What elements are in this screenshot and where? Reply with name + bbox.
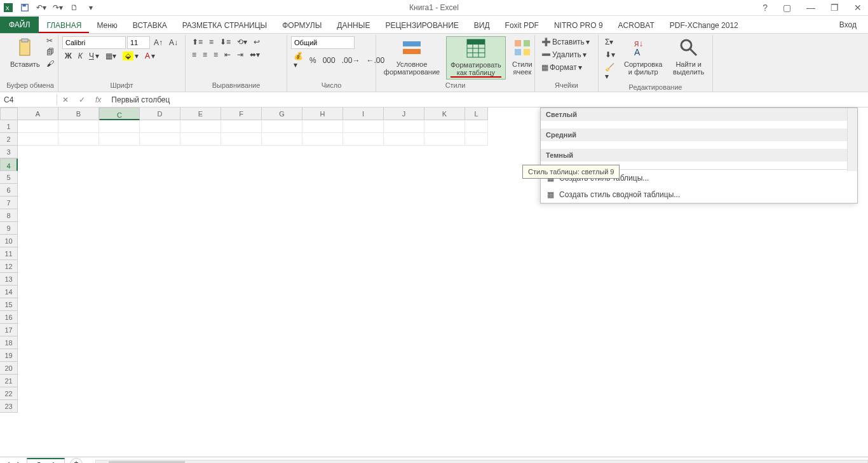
row-header-4[interactable]: 4 bbox=[0, 158, 18, 171]
horizontal-scrollbar[interactable] bbox=[95, 460, 868, 464]
sign-in[interactable]: Вход bbox=[839, 20, 857, 29]
paste-button[interactable]: Вставить bbox=[6, 36, 44, 69]
cell[interactable] bbox=[99, 120, 140, 133]
fill-icon[interactable]: ⬇▾ bbox=[602, 49, 618, 60]
currency-icon[interactable]: 💰▾ bbox=[291, 50, 306, 71]
copy-icon[interactable]: 🗐 bbox=[46, 48, 57, 58]
minimize-icon[interactable]: — bbox=[803, 3, 819, 13]
autosum-icon[interactable]: Σ▾ bbox=[602, 36, 618, 48]
cell[interactable] bbox=[18, 120, 58, 133]
increase-font-icon[interactable]: A↑ bbox=[151, 37, 165, 48]
enter-icon[interactable]: ✓ bbox=[74, 94, 90, 106]
merge-button[interactable]: ⬌▾ bbox=[247, 49, 262, 60]
row-header-22[interactable]: 22 bbox=[0, 387, 18, 400]
close-icon[interactable]: ✕ bbox=[850, 3, 865, 13]
save-icon[interactable] bbox=[19, 2, 31, 13]
cell[interactable] bbox=[343, 120, 384, 133]
italic-button[interactable]: К bbox=[76, 50, 85, 62]
col-header-D[interactable]: D bbox=[140, 107, 180, 120]
cell[interactable] bbox=[58, 120, 99, 133]
row-header-21[interactable]: 21 bbox=[0, 375, 18, 387]
cell[interactable] bbox=[262, 133, 302, 146]
cell[interactable] bbox=[302, 120, 343, 133]
cell[interactable] bbox=[180, 133, 221, 146]
format-as-table-button[interactable]: Форматировать как таблицу bbox=[446, 36, 506, 79]
tab-file[interactable]: ФАЙЛ bbox=[0, 17, 39, 33]
sort-filter-button[interactable]: я↓А Сортировка и фильтр bbox=[620, 36, 666, 77]
increase-decimal-icon[interactable]: .00→ bbox=[339, 55, 363, 66]
clear-icon[interactable]: 🧹▾ bbox=[602, 62, 618, 82]
row-header-10[interactable]: 10 bbox=[0, 235, 18, 247]
row-header-6[interactable]: 6 bbox=[0, 184, 18, 197]
format-painter-icon[interactable]: 🖌 bbox=[46, 59, 57, 69]
cell-styles-button[interactable]: Стили ячеек bbox=[508, 36, 536, 77]
underline-button[interactable]: Ч▾ bbox=[86, 50, 102, 62]
row-header-1[interactable]: 1 bbox=[0, 120, 18, 133]
cell[interactable] bbox=[343, 133, 384, 146]
row-header-13[interactable]: 13 bbox=[0, 273, 18, 286]
cell[interactable] bbox=[302, 133, 343, 146]
font-color-button[interactable]: A▾ bbox=[142, 50, 158, 62]
font-name-select[interactable] bbox=[62, 36, 126, 49]
tab-review[interactable]: РЕЦЕНЗИРОВАНИЕ bbox=[377, 18, 466, 33]
tab-menu[interactable]: Меню bbox=[89, 18, 125, 33]
cell[interactable] bbox=[465, 133, 488, 146]
row-header-12[interactable]: 12 bbox=[0, 260, 18, 273]
border-button[interactable]: ▦▾ bbox=[103, 50, 119, 62]
col-header-C[interactable]: C bbox=[99, 107, 140, 120]
align-center-icon[interactable]: ≡ bbox=[200, 49, 210, 60]
comma-icon[interactable]: 000 bbox=[320, 55, 338, 66]
ribbon-options-icon[interactable]: ▢ bbox=[779, 3, 795, 13]
col-header-F[interactable]: F bbox=[221, 107, 262, 120]
increase-indent-icon[interactable]: ⇥ bbox=[234, 49, 246, 60]
cell[interactable] bbox=[262, 120, 302, 133]
row-header-2[interactable]: 2 bbox=[0, 133, 18, 146]
tab-pdfx[interactable]: PDF-XChange 2012 bbox=[662, 18, 746, 33]
conditional-formatting-button[interactable]: Условное форматирование bbox=[380, 36, 444, 77]
row-header-14[interactable]: 14 bbox=[0, 286, 18, 298]
col-header-G[interactable]: G bbox=[262, 107, 302, 120]
tab-layout[interactable]: РАЗМЕТКА СТРАНИЦЫ bbox=[175, 18, 275, 33]
name-box[interactable]: C4 bbox=[0, 94, 57, 106]
gallery-scrollbar[interactable] bbox=[847, 108, 857, 171]
undo-icon[interactable]: ↶▾ bbox=[36, 2, 47, 13]
row-header-5[interactable]: 5 bbox=[0, 171, 18, 184]
qat-customize-icon[interactable]: ▾ bbox=[85, 2, 97, 13]
col-header-A[interactable]: A bbox=[18, 107, 58, 120]
tab-data[interactable]: ДАННЫЕ bbox=[329, 18, 377, 33]
col-header-I[interactable]: I bbox=[343, 107, 384, 120]
percent-icon[interactable]: % bbox=[307, 55, 319, 66]
cell[interactable] bbox=[221, 133, 262, 146]
cell[interactable] bbox=[424, 120, 465, 133]
cell[interactable] bbox=[140, 133, 180, 146]
row-header-8[interactable]: 8 bbox=[0, 209, 18, 222]
row-header-9[interactable]: 9 bbox=[0, 222, 18, 235]
tab-home[interactable]: ГЛАВНАЯ bbox=[39, 18, 89, 33]
bold-button[interactable]: Ж bbox=[62, 50, 74, 62]
row-header-7[interactable]: 7 bbox=[0, 197, 18, 209]
align-bottom-icon[interactable]: ⬇≡ bbox=[217, 36, 233, 48]
row-header-16[interactable]: 16 bbox=[0, 311, 18, 324]
align-top-icon[interactable]: ⬆≡ bbox=[189, 36, 205, 48]
col-header-J[interactable]: J bbox=[384, 107, 424, 120]
sheet-tab[interactable]: Лист1 bbox=[27, 458, 65, 464]
formula-input[interactable]: Первый столбец bbox=[106, 94, 868, 106]
select-all-corner[interactable] bbox=[0, 107, 18, 120]
cell[interactable] bbox=[58, 133, 99, 146]
decrease-indent-icon[interactable]: ⇤ bbox=[222, 49, 233, 60]
tab-insert[interactable]: ВСТАВКА bbox=[125, 18, 175, 33]
cell[interactable] bbox=[221, 120, 262, 133]
align-right-icon[interactable]: ≡ bbox=[211, 49, 220, 60]
row-header-11[interactable]: 11 bbox=[0, 247, 18, 260]
row-header-18[interactable]: 18 bbox=[0, 336, 18, 349]
row-header-23[interactable]: 23 bbox=[0, 400, 18, 413]
col-header-E[interactable]: E bbox=[180, 107, 221, 120]
format-cells-button[interactable]: ▦ Формат▾ bbox=[539, 62, 585, 73]
sheet-nav-prev[interactable]: ◀ bbox=[0, 460, 13, 464]
row-header-15[interactable]: 15 bbox=[0, 298, 18, 311]
add-sheet-button[interactable]: + bbox=[70, 458, 83, 464]
col-header-L[interactable]: L bbox=[465, 107, 488, 120]
find-select-button[interactable]: Найти и выделить bbox=[668, 36, 709, 77]
row-header-17[interactable]: 17 bbox=[0, 324, 18, 336]
fx-icon[interactable]: fx bbox=[90, 94, 106, 106]
